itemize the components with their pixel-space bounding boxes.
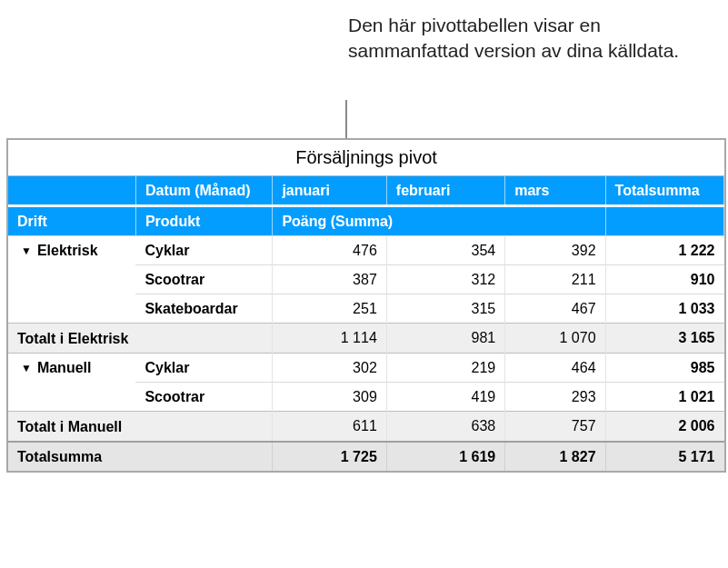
header-blank2 [605,206,723,236]
header-row-2: Drift Produkt Poäng (Summa) [8,206,724,236]
subtotal-total: 3 165 [605,324,723,354]
cell-rowtotal: 1 021 [605,383,723,412]
callout-text: Den här pivottabellen visar en sammanfat… [348,13,693,65]
header-month-mar[interactable]: mars [505,176,605,206]
cell-value: 219 [386,354,504,383]
table-row: Scootrar 309 419 293 1 021 [8,383,724,412]
grand-total-row: Totalsumma 1 725 1 619 1 827 5 171 [8,442,724,471]
cell-value: 354 [386,236,504,265]
table-row: ▼Elektrisk Cyklar 476 354 392 1 222 [8,236,724,265]
header-row-1: Datum (Månad) januari februari mars Tota… [8,176,724,206]
product-label: Skateboardar [135,294,272,324]
group-spacer [8,265,135,294]
cell-value: 251 [273,294,386,324]
table-row: Skateboardar 251 315 467 1 033 [8,294,724,324]
header-produkt[interactable]: Produkt [135,206,272,236]
header-month-feb[interactable]: februari [386,176,504,206]
chevron-down-icon: ▼ [21,244,32,258]
header-drift[interactable]: Drift [8,206,135,236]
cell-rowtotal: 910 [605,265,723,294]
group-spacer [8,383,135,412]
group-name: Manuell [37,360,92,375]
cell-value: 211 [505,265,605,294]
product-label: Cyklar [135,354,272,383]
group-name: Elektrisk [37,243,98,258]
subtotal-value: 611 [273,412,386,443]
cell-value: 312 [386,265,504,294]
grand-value: 1 725 [273,442,386,471]
header-month-jan[interactable]: januari [273,176,386,206]
header-total: Totalsumma [605,176,723,206]
product-label: Scootrar [135,383,272,412]
group-toggle-elektrisk[interactable]: ▼Elektrisk [8,236,135,265]
cell-value: 309 [273,383,386,412]
table-row: Scootrar 387 312 211 910 [8,265,724,294]
pivot-table: Försäljnings pivot Datum (Månad) januari… [6,138,726,473]
chevron-down-icon: ▼ [21,361,32,375]
cell-rowtotal: 985 [605,354,723,383]
cell-value: 464 [505,354,605,383]
header-blank [8,176,135,206]
subtotal-value: 638 [386,412,504,443]
grand-value: 1 827 [505,442,605,471]
subtotal-value: 1 114 [273,324,386,354]
cell-value: 293 [505,383,605,412]
cell-value: 315 [386,294,504,324]
product-label: Scootrar [135,265,272,294]
table-row: ▼Manuell Cyklar 302 219 464 985 [8,354,724,383]
grand-label: Totalsumma [8,442,273,471]
product-label: Cyklar [135,236,272,265]
subtotal-value: 1 070 [505,324,605,354]
group-toggle-manuell[interactable]: ▼Manuell [8,354,135,383]
subtotal-label: Totalt i Elektrisk [8,324,273,354]
header-date[interactable]: Datum (Månad) [135,176,272,206]
subtotal-row: Totalt i Elektrisk 1 114 981 1 070 3 165 [8,324,724,354]
subtotal-total: 2 006 [605,412,723,443]
group-spacer [8,294,135,324]
grand-value: 1 619 [386,442,504,471]
table-title: Försäljnings pivot [8,140,724,176]
cell-rowtotal: 1 033 [605,294,723,324]
grand-total: 5 171 [605,442,723,471]
subtotal-value: 981 [386,324,504,354]
subtotal-label: Totalt i Manuell [8,412,273,443]
cell-value: 467 [505,294,605,324]
header-poang: Poäng (Summa) [273,206,605,236]
cell-value: 392 [505,236,605,265]
pivot-grid: Datum (Månad) januari februari mars Tota… [8,176,724,471]
cell-value: 476 [273,236,386,265]
subtotal-row: Totalt i Manuell 611 638 757 2 006 [8,412,724,443]
cell-value: 387 [273,265,386,294]
cell-rowtotal: 1 222 [605,236,723,265]
subtotal-value: 757 [505,412,605,443]
cell-value: 419 [386,383,504,412]
cell-value: 302 [273,354,386,383]
